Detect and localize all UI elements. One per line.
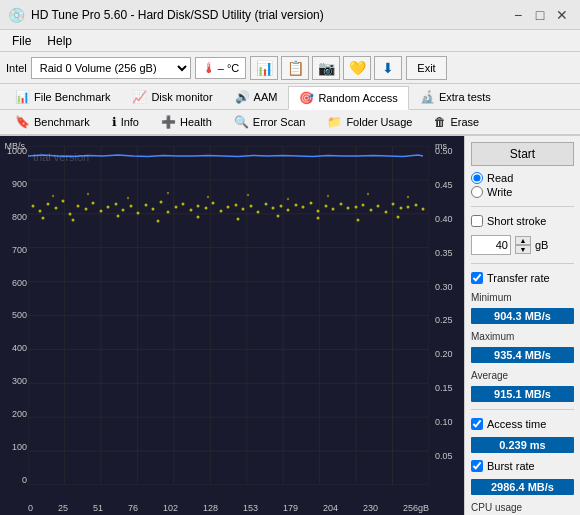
svg-point-26: [55, 207, 58, 210]
spinbox-input[interactable]: [471, 235, 511, 255]
divider-2: [471, 263, 574, 264]
toolbar-icon3[interactable]: 📷: [312, 56, 340, 80]
toolbar-icon4[interactable]: 💛: [343, 56, 371, 80]
svg-point-58: [295, 204, 298, 207]
svg-point-28: [69, 213, 72, 216]
svg-point-95: [407, 196, 409, 198]
access-time-text: Access time: [487, 418, 546, 430]
tab-bar-2: 🔖 Benchmark ℹ Info ➕ Health 🔍 Error Scan…: [0, 110, 580, 136]
radio-write-label[interactable]: Write: [471, 186, 574, 198]
temperature-display: 🌡 – °C: [195, 57, 247, 79]
svg-point-74: [415, 204, 418, 207]
svg-point-89: [167, 192, 169, 194]
y-axis-right: 0.50 0.45 0.40 0.35 0.30 0.25 0.20 0.15 …: [432, 146, 462, 485]
tab-info[interactable]: ℹ Info: [101, 110, 150, 134]
svg-point-81: [237, 218, 240, 221]
radio-write[interactable]: [471, 186, 483, 198]
menu-file[interactable]: File: [4, 32, 39, 50]
svg-point-75: [422, 208, 425, 211]
svg-point-30: [85, 208, 88, 211]
svg-point-77: [72, 219, 75, 222]
spin-up-button[interactable]: ▲: [515, 236, 531, 245]
toolbar-icon2[interactable]: 📋: [281, 56, 309, 80]
tab-aam[interactable]: 🔊 AAM: [224, 85, 289, 109]
svg-point-48: [220, 210, 223, 213]
maximize-button[interactable]: □: [530, 5, 550, 25]
svg-point-84: [357, 219, 360, 222]
average-value: 915.1 MB/s: [471, 386, 574, 402]
right-panel: Start Read Write Short stroke ▲ ▼ gB: [465, 136, 580, 515]
transfer-rate-checkbox[interactable]: [471, 272, 483, 284]
tab-random-access[interactable]: 🎯 Random Access: [288, 86, 408, 110]
spin-down-button[interactable]: ▼: [515, 245, 531, 254]
svg-point-49: [227, 206, 230, 209]
divider-3: [471, 409, 574, 410]
burst-rate-checkbox[interactable]: [471, 460, 483, 472]
svg-point-24: [39, 210, 42, 213]
folder-usage-icon: 📁: [327, 115, 342, 129]
tab-disk-monitor[interactable]: 📈 Disk monitor: [121, 85, 223, 109]
maximum-value: 935.4 MB/s: [471, 347, 574, 363]
tab-folder-usage[interactable]: 📁 Folder Usage: [316, 110, 423, 134]
divider-1: [471, 206, 574, 207]
chart-canvas: trial version: [28, 146, 429, 485]
svg-point-70: [385, 211, 388, 214]
random-access-icon: 🎯: [299, 91, 314, 105]
temp-value: – °C: [218, 62, 240, 74]
svg-point-44: [190, 209, 193, 212]
x-axis: 0 25 51 76 102 128 153 179 204 230 256gB: [28, 503, 429, 513]
minimize-button[interactable]: −: [508, 5, 528, 25]
svg-point-43: [182, 203, 185, 206]
menu-help[interactable]: Help: [39, 32, 80, 50]
svg-point-59: [302, 206, 305, 209]
window-title: HD Tune Pro 5.60 - Hard Disk/SSD Utility…: [31, 8, 324, 22]
tab-erase[interactable]: 🗑 Erase: [423, 110, 490, 134]
short-stroke-checkbox[interactable]: [471, 215, 483, 227]
burst-rate-label[interactable]: Burst rate: [471, 460, 574, 472]
svg-point-69: [377, 205, 380, 208]
error-scan-icon: 🔍: [234, 115, 249, 129]
svg-point-76: [42, 217, 45, 220]
tab-health[interactable]: ➕ Health: [150, 110, 223, 134]
toolbar-icon1[interactable]: 📊: [250, 56, 278, 80]
transfer-rate-text: Transfer rate: [487, 272, 550, 284]
start-button[interactable]: Start: [471, 142, 574, 166]
tab-file-benchmark[interactable]: 📊 File Benchmark: [4, 85, 121, 109]
svg-point-90: [207, 196, 209, 198]
extra-tests-icon: 🔬: [420, 90, 435, 104]
tab-error-scan[interactable]: 🔍 Error Scan: [223, 110, 317, 134]
svg-point-82: [277, 215, 280, 218]
aam-icon: 🔊: [235, 90, 250, 104]
drive-select[interactable]: Raid 0 Volume (256 gB): [31, 57, 191, 79]
transfer-rate-label[interactable]: Transfer rate: [471, 272, 574, 284]
svg-point-88: [127, 197, 129, 199]
svg-point-92: [287, 198, 289, 200]
toolbar-icon-download[interactable]: ⬇: [374, 56, 402, 80]
svg-point-50: [235, 204, 238, 207]
short-stroke-label[interactable]: Short stroke: [471, 215, 574, 227]
radio-read[interactable]: [471, 172, 483, 184]
read-label: Read: [487, 172, 513, 184]
app-icon: 💿: [8, 7, 25, 23]
exit-button[interactable]: Exit: [406, 56, 446, 80]
svg-point-62: [325, 205, 328, 208]
svg-point-51: [242, 208, 245, 211]
tab-benchmark[interactable]: 🔖 Benchmark: [4, 110, 101, 134]
svg-point-33: [107, 206, 110, 209]
svg-point-85: [397, 216, 400, 219]
svg-point-64: [340, 203, 343, 206]
svg-point-34: [115, 203, 118, 206]
svg-point-39: [152, 208, 155, 211]
disk-monitor-icon: 📈: [132, 90, 147, 104]
radio-read-label[interactable]: Read: [471, 172, 574, 184]
access-time-label[interactable]: Access time: [471, 418, 574, 430]
svg-point-67: [362, 204, 365, 207]
tab-extra-tests[interactable]: 🔬 Extra tests: [409, 85, 502, 109]
svg-point-80: [197, 216, 200, 219]
svg-point-42: [175, 206, 178, 209]
svg-point-55: [272, 207, 275, 210]
svg-point-36: [130, 205, 133, 208]
access-time-checkbox[interactable]: [471, 418, 483, 430]
close-button[interactable]: ✕: [552, 5, 572, 25]
svg-point-41: [167, 211, 170, 214]
